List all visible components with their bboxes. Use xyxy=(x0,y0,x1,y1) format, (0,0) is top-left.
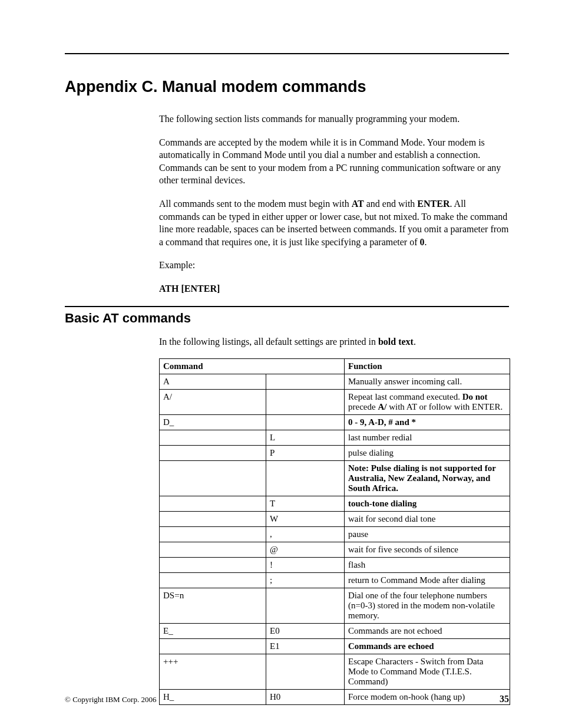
cell-arg: P xyxy=(266,446,345,461)
cell-arg xyxy=(266,415,345,430)
cell-function: Note: Pulse dialing is not supported for… xyxy=(345,461,510,496)
cell-arg: E0 xyxy=(266,624,345,639)
cell-function: Commands are echoed xyxy=(345,639,510,654)
cell-function: Manually answer incoming call. xyxy=(345,374,510,390)
cell-command xyxy=(160,430,266,446)
table-row: Wwait for second dial tone xyxy=(160,512,510,527)
cell-function: return to Command Mode after dialing xyxy=(345,573,510,588)
cell-function: pause xyxy=(345,527,510,542)
page-number: 35 xyxy=(500,694,509,704)
intro-p4: Example: xyxy=(159,259,509,272)
table-row: AManually answer incoming call. xyxy=(160,374,510,390)
table-header-row: Command Function xyxy=(160,359,510,374)
cell-arg: @ xyxy=(266,542,345,558)
cell-function: wait for five seconds of silence xyxy=(345,542,510,558)
table-row: !flash xyxy=(160,558,510,573)
cell-arg: ; xyxy=(266,573,345,588)
cell-arg: W xyxy=(266,512,345,527)
cell-command xyxy=(160,446,266,461)
cell-command: A xyxy=(160,374,266,390)
cell-function: last number redial xyxy=(345,430,510,446)
table-row: @wait for five seconds of silence xyxy=(160,542,510,558)
table-row: +++Escape Characters - Switch from Data … xyxy=(160,654,510,690)
intro-p3: All commands sent to the modem must begi… xyxy=(159,197,509,248)
intro-p2: Commands are accepted by the modem while… xyxy=(159,136,509,187)
table-row: D_0 - 9, A-D, # and * xyxy=(160,415,510,430)
cell-arg: T xyxy=(266,496,345,512)
table-row: ,pause xyxy=(160,527,510,542)
cell-command: D_ xyxy=(160,415,266,430)
table-row: Note: Pulse dialing is not supported for… xyxy=(160,461,510,496)
document-page: Appendix C. Manual modem commands The fo… xyxy=(0,0,562,728)
cell-arg xyxy=(266,588,345,624)
page-title: Appendix C. Manual modem commands xyxy=(65,78,509,96)
intro-block: The following section lists commands for… xyxy=(159,113,509,295)
cell-function: 0 - 9, A-D, # and * xyxy=(345,415,510,430)
table-row: Ppulse dialing xyxy=(160,446,510,461)
cell-command xyxy=(160,512,266,527)
section-intro: In the following listings, all default s… xyxy=(159,335,509,348)
cell-command xyxy=(160,558,266,573)
cell-command xyxy=(160,461,266,496)
cell-function: flash xyxy=(345,558,510,573)
cell-command xyxy=(160,527,266,542)
intro-example: ATH [ENTER] xyxy=(159,282,509,295)
cell-command xyxy=(160,639,266,654)
cell-command: +++ xyxy=(160,654,266,690)
section-title: Basic AT commands xyxy=(65,311,509,326)
cell-command xyxy=(160,573,266,588)
table-row: ;return to Command Mode after dialing xyxy=(160,573,510,588)
cell-arg: ! xyxy=(266,558,345,573)
cell-arg xyxy=(266,461,345,496)
cell-function: Dial one of the four telephone numbers (… xyxy=(345,588,510,624)
cell-arg: , xyxy=(266,527,345,542)
table-row: DS=nDial one of the four telephone numbe… xyxy=(160,588,510,624)
cell-function: touch-tone dialing xyxy=(345,496,510,512)
table-row: Ttouch-tone dialing xyxy=(160,496,510,512)
cell-command xyxy=(160,496,266,512)
intro-p1: The following section lists commands for… xyxy=(159,113,509,126)
commands-table: Command Function AManually answer incomi… xyxy=(159,358,510,705)
th-command: Command xyxy=(160,359,345,374)
cell-function: wait for second dial tone xyxy=(345,512,510,527)
cell-command xyxy=(160,542,266,558)
page-footer: © Copyright IBM Corp. 2006 35 xyxy=(65,694,509,704)
cell-function: Escape Characters - Switch from Data Mod… xyxy=(345,654,510,690)
cell-command: DS=n xyxy=(160,588,266,624)
cell-arg xyxy=(266,374,345,390)
cell-function: Commands are not echoed xyxy=(345,624,510,639)
copyright: © Copyright IBM Corp. 2006 xyxy=(65,695,156,704)
cell-arg xyxy=(266,654,345,690)
cell-command: E_ xyxy=(160,624,266,639)
cell-function: pulse dialing xyxy=(345,446,510,461)
table-row: A/Repeat last command executed. Do not p… xyxy=(160,390,510,415)
cell-command: A/ xyxy=(160,390,266,415)
cell-arg xyxy=(266,390,345,415)
cell-arg: L xyxy=(266,430,345,446)
th-function: Function xyxy=(345,359,510,374)
table-row: E1Commands are echoed xyxy=(160,639,510,654)
cell-arg: E1 xyxy=(266,639,345,654)
table-row: E_E0Commands are not echoed xyxy=(160,624,510,639)
section-rule xyxy=(65,306,509,307)
table-row: Llast number redial xyxy=(160,430,510,446)
cell-function: Repeat last command executed. Do not pre… xyxy=(345,390,510,415)
top-rule xyxy=(65,53,509,54)
